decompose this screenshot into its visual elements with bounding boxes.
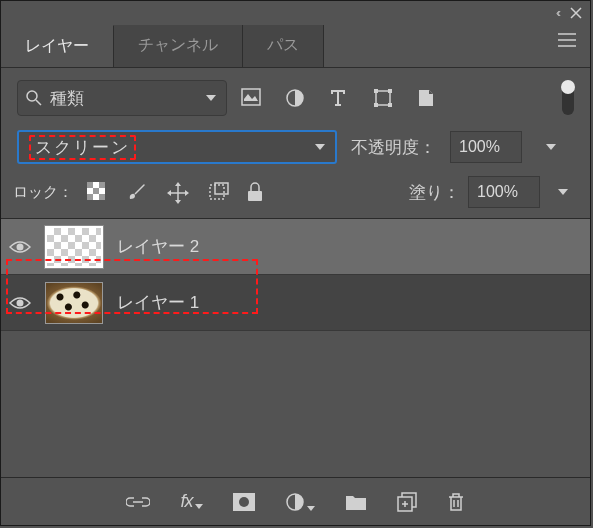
filter-pixel-icon[interactable] bbox=[241, 88, 261, 108]
panel-menu-icon[interactable] bbox=[544, 25, 590, 67]
collapse-icon[interactable]: ‹‹ bbox=[556, 6, 558, 20]
svg-point-17 bbox=[17, 243, 24, 250]
delete-layer-icon[interactable] bbox=[447, 492, 465, 512]
opacity-label: 不透明度： bbox=[351, 136, 436, 159]
visibility-toggle[interactable] bbox=[9, 295, 31, 311]
new-layer-icon[interactable] bbox=[397, 492, 417, 512]
layer-thumbnail[interactable] bbox=[45, 282, 103, 324]
fill-chevron[interactable] bbox=[552, 176, 574, 208]
svg-rect-12 bbox=[87, 194, 93, 200]
group-icon[interactable] bbox=[345, 493, 367, 511]
lock-brush-icon[interactable] bbox=[127, 182, 147, 202]
svg-rect-9 bbox=[87, 182, 93, 188]
svg-point-18 bbox=[17, 299, 24, 306]
svg-rect-16 bbox=[248, 191, 262, 201]
lock-label: ロック： bbox=[13, 183, 73, 202]
lock-position-icon[interactable] bbox=[167, 182, 187, 202]
tab-channels[interactable]: チャンネル bbox=[114, 25, 243, 67]
layer-row[interactable]: レイヤー 1 bbox=[1, 275, 590, 331]
adjustment-layer-icon[interactable] bbox=[285, 492, 315, 512]
filter-type-icon[interactable] bbox=[329, 88, 349, 108]
layer-style-icon[interactable]: fx bbox=[180, 491, 202, 512]
layer-thumbnail[interactable] bbox=[45, 226, 103, 268]
layer-row[interactable]: レイヤー 2 bbox=[1, 219, 590, 275]
svg-rect-3 bbox=[376, 91, 390, 105]
close-icon[interactable] bbox=[570, 7, 582, 19]
layer-name[interactable]: レイヤー 1 bbox=[117, 291, 199, 314]
link-layers-icon[interactable] bbox=[126, 495, 150, 509]
visibility-toggle[interactable] bbox=[9, 239, 31, 255]
layers-list: レイヤー 2 レイヤー 1 bbox=[1, 218, 590, 331]
filter-smartobject-icon[interactable] bbox=[417, 88, 437, 108]
chevron-down-icon bbox=[206, 95, 216, 101]
filter-adjustment-icon[interactable] bbox=[285, 88, 305, 108]
svg-rect-13 bbox=[99, 194, 105, 200]
svg-rect-15 bbox=[215, 183, 228, 194]
layer-mask-icon[interactable] bbox=[233, 493, 255, 511]
filter-kind-label: 種類 bbox=[50, 87, 206, 110]
svg-rect-7 bbox=[388, 103, 392, 107]
filter-toggle[interactable] bbox=[562, 81, 574, 115]
opacity-chevron[interactable] bbox=[540, 131, 562, 163]
lock-artboard-icon[interactable] bbox=[207, 182, 227, 202]
layer-name[interactable]: レイヤー 2 bbox=[117, 235, 199, 258]
blend-mode-value: スクリーン bbox=[29, 136, 315, 159]
filter-kind-dropdown[interactable]: 種類 bbox=[17, 80, 227, 116]
svg-rect-6 bbox=[374, 103, 378, 107]
svg-rect-10 bbox=[99, 182, 105, 188]
svg-point-20 bbox=[239, 497, 249, 507]
blend-mode-dropdown[interactable]: スクリーン bbox=[17, 130, 337, 164]
tab-paths[interactable]: パス bbox=[243, 25, 324, 67]
lock-all-icon[interactable] bbox=[247, 182, 267, 202]
fill-label: 塗り： bbox=[409, 181, 460, 204]
svg-point-0 bbox=[27, 91, 37, 101]
opacity-input[interactable]: 100% bbox=[450, 131, 522, 163]
filter-shape-icon[interactable] bbox=[373, 88, 393, 108]
fill-input[interactable]: 100% bbox=[468, 176, 540, 208]
tab-layers[interactable]: レイヤー bbox=[1, 25, 114, 67]
chevron-down-icon bbox=[315, 144, 325, 150]
svg-rect-14 bbox=[210, 185, 224, 199]
lock-transparency-icon[interactable] bbox=[87, 182, 107, 202]
svg-rect-5 bbox=[388, 89, 392, 93]
svg-rect-1 bbox=[242, 89, 260, 105]
svg-rect-11 bbox=[93, 188, 99, 194]
search-icon bbox=[26, 90, 42, 106]
svg-rect-4 bbox=[374, 89, 378, 93]
